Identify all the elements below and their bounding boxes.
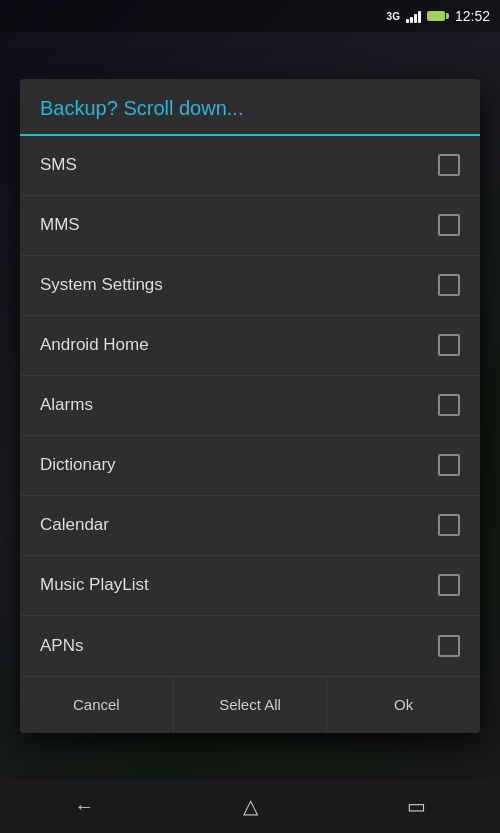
- checkbox-sms[interactable]: [438, 154, 460, 176]
- item-label-music-playlist: Music PlayList: [40, 575, 149, 595]
- clock: 12:52: [455, 8, 490, 24]
- checkbox-music-playlist[interactable]: [438, 574, 460, 596]
- item-label-dictionary: Dictionary: [40, 455, 116, 475]
- checkbox-system-settings[interactable]: [438, 274, 460, 296]
- dialog-overlay: Backup? Scroll down... SMSMMSSystem Sett…: [0, 32, 500, 779]
- list-item-dictionary[interactable]: Dictionary: [20, 436, 480, 496]
- recents-icon: ▭: [407, 794, 426, 818]
- select-all-button[interactable]: Select All: [174, 677, 328, 733]
- backup-options-list: SMSMMSSystem SettingsAndroid HomeAlarmsD…: [20, 136, 480, 676]
- item-label-calendar: Calendar: [40, 515, 109, 535]
- dialog-title: Backup? Scroll down...: [20, 79, 480, 136]
- list-item-alarms[interactable]: Alarms: [20, 376, 480, 436]
- list-item-apns[interactable]: APNs: [20, 616, 480, 676]
- battery-icon: [427, 11, 445, 21]
- cancel-button[interactable]: Cancel: [20, 677, 174, 733]
- back-button[interactable]: ←: [50, 787, 118, 826]
- list-item-calendar[interactable]: Calendar: [20, 496, 480, 556]
- checkbox-alarms[interactable]: [438, 394, 460, 416]
- list-item-mms[interactable]: MMS: [20, 196, 480, 256]
- nav-bar: ← △ ▭: [0, 779, 500, 833]
- list-item-music-playlist[interactable]: Music PlayList: [20, 556, 480, 616]
- home-icon: △: [243, 794, 258, 818]
- checkbox-calendar[interactable]: [438, 514, 460, 536]
- back-icon: ←: [74, 795, 94, 818]
- item-label-system-settings: System Settings: [40, 275, 163, 295]
- list-item-sms[interactable]: SMS: [20, 136, 480, 196]
- item-label-sms: SMS: [40, 155, 77, 175]
- checkbox-android-home[interactable]: [438, 334, 460, 356]
- checkbox-apns[interactable]: [438, 635, 460, 657]
- signal-bars-icon: [406, 9, 421, 23]
- backup-dialog: Backup? Scroll down... SMSMMSSystem Sett…: [20, 79, 480, 733]
- dialog-buttons-row: CancelSelect AllOk: [20, 676, 480, 733]
- item-label-alarms: Alarms: [40, 395, 93, 415]
- list-item-android-home[interactable]: Android Home: [20, 316, 480, 376]
- item-label-android-home: Android Home: [40, 335, 149, 355]
- item-label-apns: APNs: [40, 636, 83, 656]
- recents-button[interactable]: ▭: [383, 786, 450, 826]
- status-bar: 3G 12:52: [0, 0, 500, 32]
- ok-button[interactable]: Ok: [327, 677, 480, 733]
- checkbox-dictionary[interactable]: [438, 454, 460, 476]
- item-label-mms: MMS: [40, 215, 80, 235]
- network-type-label: 3G: [387, 11, 400, 22]
- list-item-system-settings[interactable]: System Settings: [20, 256, 480, 316]
- home-button[interactable]: △: [219, 786, 282, 826]
- checkbox-mms[interactable]: [438, 214, 460, 236]
